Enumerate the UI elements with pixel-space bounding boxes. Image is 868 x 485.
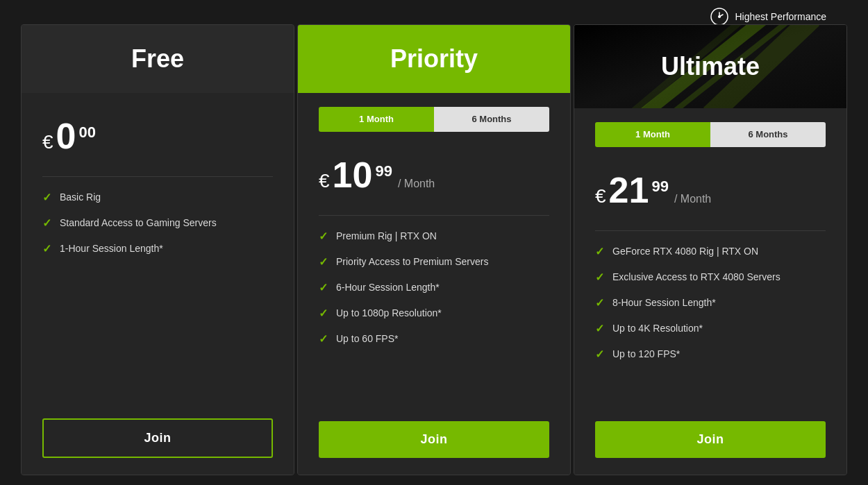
check-icon-priority-3: ✓ <box>319 307 328 320</box>
billing-toggle-ultimate[interactable]: 1 Month6 Months <box>595 122 826 147</box>
plan-header-priority: Priority <box>298 25 570 93</box>
badge-label: Highest Performance <box>735 11 826 22</box>
price-cents-priority: 99 <box>375 162 392 180</box>
plan-header-ultimate: Ultimate <box>574 25 846 108</box>
feature-item-ultimate-0: ✓ GeForce RTX 4080 Rig | RTX ON <box>595 245 826 258</box>
price-amount-priority: 10 <box>333 157 373 193</box>
feature-text-ultimate-1: Exclusive Access to RTX 4080 Servers <box>612 271 781 282</box>
price-free: € 0 00 <box>42 118 273 160</box>
price-currency-priority: € <box>319 170 330 192</box>
feature-item-ultimate-1: ✓ Exclusive Access to RTX 4080 Servers <box>595 271 826 284</box>
check-icon-ultimate-1: ✓ <box>595 271 604 284</box>
plan-card-priority: Priority1 Month6 Months € 10 99 / Month … <box>297 24 571 475</box>
features-list-free: ✓ Basic Rig ✓ Standard Access to Gaming … <box>42 191 273 402</box>
feature-text-priority-2: 6-Hour Session Length* <box>336 282 440 293</box>
check-icon-free-0: ✓ <box>42 191 51 204</box>
price-currency-free: € <box>42 131 53 153</box>
feature-item-priority-3: ✓ Up to 1080p Resolution* <box>319 307 549 320</box>
price-ultimate: € 21 99 / Month <box>595 172 826 214</box>
plan-body-ultimate: 1 Month6 Months € 21 99 / Month ✓ GeForc… <box>574 108 846 475</box>
feature-text-ultimate-0: GeForce RTX 4080 Rig | RTX ON <box>612 246 758 257</box>
price-period-ultimate: / Month <box>674 193 711 205</box>
check-icon-ultimate-4: ✓ <box>595 348 604 361</box>
toggle-priority-6-months[interactable]: 6 Months <box>434 107 549 132</box>
price-cents-free: 00 <box>79 124 96 142</box>
toggle-ultimate-1-month[interactable]: 1 Month <box>595 122 710 147</box>
price-amount-ultimate: 21 <box>609 172 649 208</box>
feature-text-ultimate-4: Up to 120 FPS* <box>612 348 680 359</box>
divider-free <box>42 176 273 177</box>
features-list-priority: ✓ Premium Rig | RTX ON ✓ Priority Access… <box>319 230 549 405</box>
price-period-priority: / Month <box>398 178 435 190</box>
price-currency-ultimate: € <box>595 185 606 207</box>
price-cents-ultimate: 99 <box>651 178 668 196</box>
check-icon-free-1: ✓ <box>42 216 51 230</box>
plan-title-free: Free <box>131 44 184 74</box>
feature-text-free-2: 1-Hour Session Length* <box>60 243 163 254</box>
divider-ultimate <box>595 230 826 231</box>
plan-title-ultimate: Ultimate <box>661 52 760 81</box>
feature-text-free-0: Basic Rig <box>60 192 101 203</box>
toggle-ultimate-6-months[interactable]: 6 Months <box>710 122 826 147</box>
page-wrapper: Highest Performance Free € 0 00 ✓ Basic … <box>0 0 868 485</box>
feature-item-priority-2: ✓ 6-Hour Session Length* <box>319 281 549 294</box>
feature-text-priority-0: Premium Rig | RTX ON <box>336 230 437 241</box>
feature-item-ultimate-4: ✓ Up to 120 FPS* <box>595 348 826 361</box>
divider-priority <box>319 215 549 216</box>
highest-performance-badge: Highest Performance <box>710 7 826 26</box>
svg-point-1 <box>718 15 721 18</box>
join-button-ultimate[interactable]: Join <box>595 421 826 458</box>
plan-card-ultimate: Ultimate 1 Month6 Months € 21 99 / Month… <box>574 24 847 475</box>
billing-toggle-priority[interactable]: 1 Month6 Months <box>319 107 549 132</box>
feature-text-free-1: Standard Access to Gaming Servers <box>60 217 217 228</box>
feature-item-free-0: ✓ Basic Rig <box>42 191 273 204</box>
features-list-ultimate: ✓ GeForce RTX 4080 Rig | RTX ON ✓ Exclus… <box>595 245 826 405</box>
check-icon-priority-4: ✓ <box>319 332 328 346</box>
feature-item-priority-0: ✓ Premium Rig | RTX ON <box>319 230 549 243</box>
plans-container: Free € 0 00 ✓ Basic Rig ✓ Standard Acces… <box>21 24 847 475</box>
feature-text-priority-3: Up to 1080p Resolution* <box>336 307 442 318</box>
feature-text-ultimate-3: Up to 4K Resolution* <box>612 323 703 334</box>
check-icon-ultimate-0: ✓ <box>595 245 604 258</box>
price-amount-free: 0 <box>56 118 76 154</box>
check-icon-priority-1: ✓ <box>319 255 328 269</box>
feature-item-priority-4: ✓ Up to 60 FPS* <box>319 332 549 346</box>
price-priority: € 10 99 / Month <box>319 157 549 198</box>
plan-header-free: Free <box>22 25 294 93</box>
feature-item-ultimate-3: ✓ Up to 4K Resolution* <box>595 322 826 335</box>
feature-item-free-2: ✓ 1-Hour Session Length* <box>42 242 273 255</box>
feature-item-free-1: ✓ Standard Access to Gaming Servers <box>42 216 273 230</box>
feature-text-ultimate-2: 8-Hour Session Length* <box>612 297 716 308</box>
plan-body-free: € 0 00 ✓ Basic Rig ✓ Standard Access to … <box>22 93 294 475</box>
check-icon-priority-2: ✓ <box>319 281 328 294</box>
toggle-priority-1-month[interactable]: 1 Month <box>319 107 434 132</box>
feature-item-ultimate-2: ✓ 8-Hour Session Length* <box>595 296 826 309</box>
check-icon-priority-0: ✓ <box>319 230 328 243</box>
check-icon-ultimate-3: ✓ <box>595 322 604 335</box>
plan-title-priority: Priority <box>390 44 478 74</box>
plan-card-free: Free € 0 00 ✓ Basic Rig ✓ Standard Acces… <box>21 24 294 475</box>
plan-body-priority: 1 Month6 Months € 10 99 / Month ✓ Premiu… <box>298 93 570 475</box>
check-icon-ultimate-2: ✓ <box>595 296 604 309</box>
check-icon-free-2: ✓ <box>42 242 51 255</box>
feature-text-priority-4: Up to 60 FPS* <box>336 333 399 344</box>
feature-text-priority-1: Priority Access to Premium Servers <box>336 256 488 267</box>
join-button-free[interactable]: Join <box>42 418 273 458</box>
feature-item-priority-1: ✓ Priority Access to Premium Servers <box>319 255 549 269</box>
join-button-priority[interactable]: Join <box>319 421 549 458</box>
performance-icon <box>710 7 729 26</box>
